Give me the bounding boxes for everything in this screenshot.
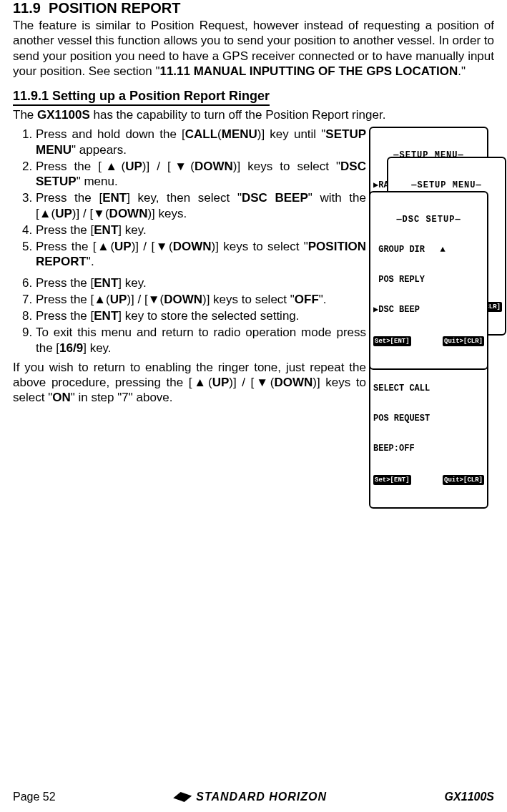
step-3: Press the [ENT] key, then select "DSC BE… [36,190,393,221]
step-2: Press the [▲(UP)] / [▼(DOWN)] keys to se… [36,159,393,190]
model-name: GX1100S [37,108,90,122]
step-4: Press the [ENT] key. [36,222,393,238]
lcd-set-button: Set>[ENT] [373,475,411,485]
lcd-stack-top: —SETUP MENU— ▶RADIO SETUP DSC SETUP POS … [369,127,494,259]
subsection-title: Setting up a Position Report Ringer [52,89,270,103]
brand-swoosh-icon [173,792,192,802]
subsection-number: 11.9.1 [13,89,49,103]
step-6: Press the [ENT] key. [36,275,393,290]
section-heading: 11.9 POSITION REPORT [13,0,494,16]
lcd-set-button: Set>[ENT] [373,336,411,346]
lcd-quit-button: Quit>[CLR] [443,475,484,485]
step-5: Press the [▲(UP)] / [▼(DOWN)] keys to se… [36,239,393,270]
section-number: 11.9 [13,0,41,16]
lcd-quit-button: Quit>[CLR] [443,336,484,346]
section-intro: The feature is similar to Position Reque… [13,18,494,79]
brand-logo: STANDARD HORIZON [173,791,327,803]
step-9: To exit this menu and return to radio op… [36,325,393,356]
step-7: Press the [▲(UP)] / [▼(DOWN)] keys to se… [36,292,393,307]
step-8: Press the [ENT] key to store the selecte… [36,308,393,323]
step-1: Press and hold down the [CALL(MENU)] key… [36,127,393,157]
subsection-lead: The GX1100S has the capability to turn o… [13,107,494,122]
page-footer: Page 52 STANDARD HORIZON GX1100S [13,791,494,803]
lcd-panel-3: —DSC SETUP— GROUP DIR ▲ POS REPLY ▶DSC B… [369,191,488,370]
section-title: POSITION REPORT [49,0,180,16]
closing-paragraph: If you wish to return to enabling the ri… [13,360,370,406]
subsection-heading: 11.9.1 Setting up a Position Report Ring… [13,89,270,106]
footer-model: GX1100S [445,791,494,803]
intro-ref-bold: 11.11 MANUAL INPUTTING OF THE GPS LOCATI… [159,64,458,78]
page-number: Page 52 [13,791,56,803]
brand-text: STANDARD HORIZON [196,791,327,803]
